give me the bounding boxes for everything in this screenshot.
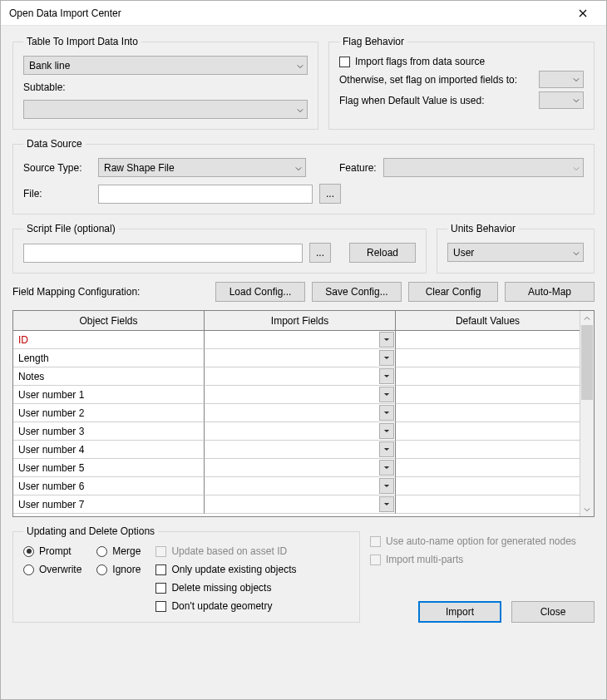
dropdown-icon[interactable] (379, 478, 394, 494)
default-value-cell[interactable] (396, 386, 580, 404)
table-row: User number 1 (13, 386, 580, 404)
chevron-down-icon (295, 162, 302, 174)
col-import-fields[interactable]: Import Fields (205, 311, 396, 331)
default-value-cell[interactable] (396, 404, 580, 422)
table-row: User number 2 (13, 404, 580, 422)
import-field-cell[interactable] (205, 495, 396, 514)
default-value-cell[interactable] (396, 441, 580, 459)
feature-select[interactable] (383, 158, 584, 177)
only-existing-checkbox[interactable]: Only update existing objects (155, 564, 296, 575)
right-options: Use auto-name option for generated nodes… (370, 525, 595, 623)
update-mode-overwrite[interactable]: Overwrite (23, 564, 81, 575)
object-field-cell[interactable]: User number 5 (13, 459, 205, 477)
table-select[interactable]: Bank line (23, 56, 308, 75)
window-title: Open Data Import Center (9, 7, 566, 19)
object-field-cell[interactable]: User number 2 (13, 404, 205, 422)
import-field-cell[interactable] (205, 422, 396, 441)
import-field-cell[interactable] (205, 404, 396, 422)
grid-scrollbar[interactable] (580, 311, 594, 516)
dropdown-icon[interactable] (379, 350, 394, 366)
object-field-cell[interactable]: User number 4 (13, 441, 205, 459)
object-field-cell[interactable]: User number 3 (13, 422, 205, 441)
object-field-cell[interactable]: Notes (13, 367, 205, 386)
default-value-cell[interactable] (396, 477, 580, 495)
table-import-group: Table To Import Data Into Bank line Subt… (12, 36, 318, 130)
checkbox-icon (370, 555, 381, 565)
scroll-down-icon[interactable] (580, 502, 594, 516)
import-field-cell[interactable] (205, 331, 396, 349)
save-config-button[interactable]: Save Config... (312, 282, 402, 302)
dropdown-icon[interactable] (379, 405, 394, 421)
update-mode-merge[interactable]: Merge (96, 545, 141, 557)
object-field-cell[interactable]: User number 6 (13, 477, 205, 495)
script-file-input[interactable] (23, 244, 303, 263)
source-type-select[interactable]: Raw Shape File (98, 158, 306, 177)
otherwise-flag-label: Otherwise, set flag on imported fields t… (339, 74, 534, 86)
import-flags-checkbox[interactable]: Import flags from data source (339, 56, 584, 67)
col-default-values[interactable]: Default Values (396, 311, 580, 331)
object-field-cell[interactable]: User number 7 (13, 495, 205, 514)
update-mode-prompt[interactable]: Prompt (23, 545, 81, 557)
dropdown-icon[interactable] (379, 387, 394, 402)
dropdown-icon[interactable] (379, 496, 394, 512)
script-browse-button[interactable]: ... (309, 243, 331, 263)
load-config-button[interactable]: Load Config... (215, 282, 305, 302)
default-flag-select[interactable] (539, 91, 584, 109)
feature-label: Feature: (339, 162, 377, 174)
import-field-cell[interactable] (205, 386, 396, 404)
import-field-cell[interactable] (205, 441, 396, 459)
scroll-track[interactable] (580, 325, 594, 502)
source-type-value: Raw Shape File (104, 162, 175, 174)
dialog-body: Table To Import Data Into Bank line Subt… (1, 26, 606, 699)
close-icon[interactable] (566, 2, 600, 25)
file-browse-button[interactable]: ... (319, 184, 341, 204)
update-asset-id-checkbox: Update based on asset ID (155, 545, 296, 557)
import-field-cell[interactable] (205, 477, 396, 495)
default-value-cell[interactable] (396, 367, 580, 386)
dropdown-icon[interactable] (379, 441, 394, 457)
close-button[interactable]: Close (511, 601, 595, 623)
source-type-label: Source Type: (23, 162, 91, 174)
clear-config-button[interactable]: Clear Config (408, 282, 498, 302)
dropdown-icon[interactable] (379, 332, 394, 348)
units-select[interactable]: User (447, 243, 584, 262)
import-field-cell[interactable] (205, 349, 396, 367)
import-field-cell[interactable] (205, 459, 396, 477)
otherwise-flag-select[interactable] (539, 71, 584, 88)
import-field-cell[interactable] (205, 367, 396, 386)
default-value-cell[interactable] (396, 331, 580, 349)
file-input[interactable] (98, 185, 313, 204)
delete-missing-checkbox[interactable]: Delete missing objects (155, 582, 296, 594)
object-field-cell[interactable]: ID (13, 331, 205, 349)
chevron-down-icon (573, 247, 580, 259)
default-value-cell[interactable] (396, 495, 580, 514)
units-value: User (453, 247, 474, 259)
reload-button[interactable]: Reload (349, 243, 416, 263)
object-field-cell[interactable]: Length (13, 349, 205, 367)
dropdown-icon[interactable] (379, 368, 394, 384)
scroll-up-icon[interactable] (580, 311, 594, 325)
update-mode-ignore[interactable]: Ignore (96, 564, 141, 575)
units-behavior-group: Units Behavior User (437, 223, 595, 274)
default-value-cell[interactable] (396, 459, 580, 477)
subtable-label: Subtable: (23, 81, 308, 93)
object-field-cell[interactable]: User number 1 (13, 386, 205, 404)
dropdown-icon[interactable] (379, 460, 394, 476)
checkbox-icon (155, 546, 166, 557)
subtable-select[interactable] (23, 100, 308, 119)
chevron-down-icon (297, 104, 304, 116)
update-options-legend: Updating and Delete Options (23, 525, 158, 537)
dropdown-icon[interactable] (379, 423, 394, 439)
table-row: Length (13, 349, 580, 367)
auto-map-button[interactable]: Auto-Map (505, 282, 595, 302)
table-import-legend: Table To Import Data Into (23, 36, 141, 47)
no-geometry-checkbox[interactable]: Don't update geometry (155, 600, 296, 612)
default-value-cell[interactable] (396, 422, 580, 441)
chevron-down-icon (297, 60, 304, 71)
titlebar: Open Data Import Center (1, 1, 606, 26)
import-button[interactable]: Import (418, 601, 501, 623)
scroll-thumb[interactable] (581, 325, 593, 400)
col-object-fields[interactable]: Object Fields (13, 311, 205, 331)
table-row: User number 3 (13, 422, 580, 441)
default-value-cell[interactable] (396, 349, 580, 367)
